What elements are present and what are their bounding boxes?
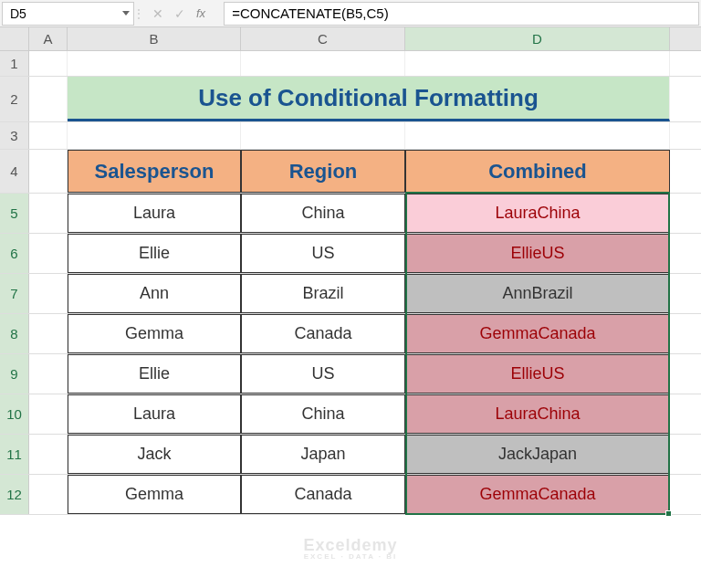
grid-row: 11JackJapanJackJapan: [0, 435, 701, 475]
cell-salesperson[interactable]: Laura: [68, 194, 241, 233]
watermark-main: Exceldemy: [303, 536, 397, 555]
row-header-11[interactable]: 11: [0, 435, 29, 474]
cell-region[interactable]: US: [241, 354, 405, 394]
cell-combined[interactable]: GemmaCanada: [405, 314, 670, 353]
formula-bar: D5 ⋮ ✕ ✓ fx =CONCATENATE(B5,C5): [0, 0, 701, 27]
row-header-8[interactable]: 8: [0, 314, 29, 353]
header-salesperson[interactable]: Salesperson: [68, 150, 241, 193]
title-cell[interactable]: Use of Conditional Formatting: [68, 77, 670, 121]
row-header-5[interactable]: 5: [0, 194, 29, 233]
col-header-A[interactable]: A: [29, 27, 68, 50]
select-all-cell[interactable]: [0, 27, 29, 50]
confirm-icon[interactable]: ✓: [174, 6, 185, 21]
cell-salesperson[interactable]: Jack: [68, 435, 241, 474]
row-header-10[interactable]: 10: [0, 394, 29, 434]
formula-bar-icons: ✕ ✓ fx: [143, 6, 224, 21]
cell[interactable]: [405, 122, 670, 149]
grid-row: 7AnnBrazilAnnBrazil: [0, 274, 701, 314]
spreadsheet-grid: 1 2 Use of Conditional Formatting 3 4 Sa…: [0, 51, 701, 515]
cell-region[interactable]: China: [241, 394, 405, 434]
formula-text: =CONCATENATE(B5,C5): [232, 5, 389, 21]
cell[interactable]: [29, 435, 68, 474]
cell-combined[interactable]: LauraChina: [405, 394, 670, 434]
grid-row: 3: [0, 122, 701, 150]
row-header-3[interactable]: 3: [0, 122, 29, 149]
cell[interactable]: [29, 51, 68, 76]
cell-salesperson[interactable]: Ellie: [68, 354, 241, 394]
row-header-9[interactable]: 9: [0, 354, 29, 394]
cell[interactable]: [68, 122, 241, 149]
cell-combined[interactable]: AnnBrazil: [405, 274, 670, 313]
divider: ⋮: [134, 6, 143, 21]
header-region[interactable]: Region: [241, 150, 405, 193]
cell-region[interactable]: US: [241, 234, 405, 273]
cell[interactable]: [29, 194, 68, 233]
cell-combined[interactable]: EllieUS: [405, 354, 670, 394]
grid-row: 8GemmaCanadaGemmaCanada: [0, 314, 701, 354]
col-header-C[interactable]: C: [241, 27, 405, 50]
grid-row: 4 Salesperson Region Combined: [0, 150, 701, 194]
grid-row: 5LauraChinaLauraChina: [0, 194, 701, 234]
cell-salesperson[interactable]: Laura: [68, 394, 241, 434]
cell[interactable]: [241, 51, 405, 76]
cell[interactable]: [29, 354, 68, 394]
cell-region[interactable]: China: [241, 194, 405, 233]
formula-input[interactable]: =CONCATENATE(B5,C5): [224, 2, 699, 26]
row-header-4[interactable]: 4: [0, 150, 29, 193]
col-header-D[interactable]: D: [405, 27, 670, 50]
row-header-7[interactable]: 7: [0, 274, 29, 313]
grid-row: 12GemmaCanadaGemmaCanada: [0, 475, 701, 515]
row-header-6[interactable]: 6: [0, 234, 29, 273]
header-combined[interactable]: Combined: [405, 150, 670, 193]
col-header-B[interactable]: B: [68, 27, 241, 50]
name-box-value: D5: [10, 6, 26, 21]
cell[interactable]: [29, 77, 68, 121]
name-box[interactable]: D5: [2, 2, 134, 26]
row-header-12[interactable]: 12: [0, 475, 29, 514]
grid-row: 9EllieUSEllieUS: [0, 354, 701, 394]
cell-combined[interactable]: GemmaCanada: [405, 475, 670, 514]
cell[interactable]: [29, 150, 68, 193]
cell-region[interactable]: Japan: [241, 435, 405, 474]
chevron-down-icon[interactable]: [122, 11, 130, 16]
cell-combined[interactable]: LauraChina: [405, 194, 670, 233]
cell[interactable]: [29, 122, 68, 149]
row-header-2[interactable]: 2: [0, 77, 29, 121]
watermark: Exceldemy EXCEL · DATA · BI: [303, 536, 397, 561]
cell-region[interactable]: Canada: [241, 475, 405, 514]
cell-salesperson[interactable]: Gemma: [68, 314, 241, 353]
cell-salesperson[interactable]: Gemma: [68, 475, 241, 514]
cell-combined[interactable]: JackJapan: [405, 435, 670, 474]
cell-region[interactable]: Canada: [241, 314, 405, 353]
cell[interactable]: [241, 122, 405, 149]
cell[interactable]: [29, 274, 68, 313]
grid-row: 2 Use of Conditional Formatting: [0, 77, 701, 122]
grid-row: 10LauraChinaLauraChina: [0, 394, 701, 435]
column-headers: A B C D: [0, 27, 701, 51]
cell[interactable]: [29, 475, 68, 514]
cell[interactable]: [68, 51, 241, 76]
cell-salesperson[interactable]: Ann: [68, 274, 241, 313]
fx-icon[interactable]: fx: [196, 6, 214, 20]
cell-region[interactable]: Brazil: [241, 274, 405, 313]
cell-salesperson[interactable]: Ellie: [68, 234, 241, 273]
cancel-icon[interactable]: ✕: [152, 6, 163, 21]
cell[interactable]: [29, 314, 68, 353]
grid-row: 1: [0, 51, 701, 77]
watermark-sub: EXCEL · DATA · BI: [303, 552, 397, 561]
cell[interactable]: [29, 394, 68, 434]
row-header-1[interactable]: 1: [0, 51, 29, 76]
grid-row: 6EllieUSEllieUS: [0, 234, 701, 274]
cell[interactable]: [405, 51, 670, 76]
cell-combined[interactable]: EllieUS: [405, 234, 670, 273]
cell[interactable]: [29, 234, 68, 273]
